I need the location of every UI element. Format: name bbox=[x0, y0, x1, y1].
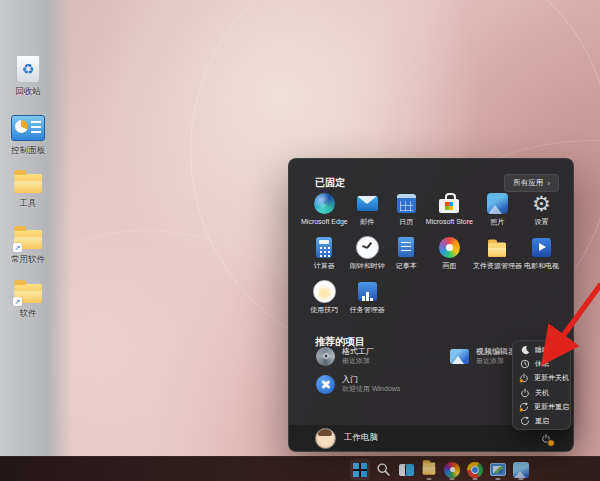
all-apps-button[interactable]: 所有应用 › bbox=[504, 174, 559, 192]
taskbar bbox=[0, 456, 600, 481]
restart-icon bbox=[519, 416, 530, 427]
settings-gear-icon: ⚙ bbox=[532, 193, 551, 214]
photos-icon bbox=[513, 462, 529, 478]
hibernate-clock-icon bbox=[519, 359, 530, 370]
tips-bulb-icon bbox=[313, 280, 336, 303]
running-indicator bbox=[473, 478, 478, 480]
restart-update-icon bbox=[519, 401, 529, 412]
search-icon bbox=[376, 462, 391, 477]
store-icon bbox=[439, 193, 459, 213]
power-option-hibernate[interactable]: 休眠 bbox=[513, 357, 570, 371]
pinned-header: 已固定 bbox=[315, 176, 345, 190]
user-name: 工作电脑 bbox=[344, 432, 378, 444]
avatar bbox=[315, 428, 336, 449]
power-option-update-restart[interactable]: 更新并重启 bbox=[513, 400, 570, 414]
taskbar-icon-group bbox=[350, 458, 531, 481]
desktop-icon-label: 控制面板 bbox=[11, 146, 45, 155]
desktop-icon-folder-3[interactable]: ↗ 软件 bbox=[4, 276, 52, 318]
update-badge bbox=[547, 439, 555, 447]
shortcut-arrow-icon: ↗ bbox=[13, 243, 22, 252]
taskbar-photo-viewer[interactable] bbox=[488, 459, 508, 480]
pinned-app-notepad[interactable]: 记事本 bbox=[387, 235, 426, 273]
power-flyout-menu: 睡眠 休眠 更新并关机 bbox=[512, 340, 571, 430]
search-button[interactable] bbox=[373, 459, 393, 480]
taskbar-color-wheel-app[interactable] bbox=[442, 459, 462, 480]
power-option-restart[interactable]: 重启 bbox=[513, 414, 570, 428]
start-button[interactable] bbox=[350, 459, 370, 480]
windows-logo-icon bbox=[353, 463, 367, 477]
taskbar-photos[interactable] bbox=[511, 459, 531, 480]
color-wheel-icon bbox=[444, 462, 460, 478]
recommended-item-format-factory[interactable]: 格式工厂 最近添加 bbox=[313, 345, 447, 367]
pinned-app-paint[interactable]: 画图 bbox=[426, 235, 473, 273]
folder-icon bbox=[14, 174, 42, 193]
pinned-app-settings[interactable]: ⚙ 设置 bbox=[522, 191, 561, 229]
taskbar-file-explorer[interactable] bbox=[419, 459, 439, 480]
clock-icon bbox=[356, 236, 379, 259]
calculator-icon bbox=[316, 237, 332, 258]
recycle-bin-icon: ♻ bbox=[16, 55, 40, 83]
power-icon bbox=[519, 387, 530, 398]
desktop-icon-folder-1[interactable]: 工具 bbox=[4, 166, 52, 208]
desktop-icon-recycle-bin[interactable]: ♻ 回收站 bbox=[4, 54, 52, 96]
desktop-icon-label: 回收站 bbox=[15, 87, 41, 96]
chrome-icon bbox=[467, 462, 483, 478]
running-indicator bbox=[427, 478, 432, 480]
pinned-app-file-explorer[interactable]: 文件资源管理器 bbox=[473, 235, 522, 273]
photos-icon bbox=[487, 193, 508, 214]
pinned-app-microsoft-edge[interactable]: Microsoft Edge bbox=[301, 191, 348, 229]
recommended-item-get-started[interactable]: 入门 欢迎使用 Windows bbox=[313, 373, 447, 395]
running-indicator bbox=[519, 478, 524, 480]
user-profile[interactable]: 工作电脑 bbox=[315, 428, 378, 449]
paint-palette-icon bbox=[439, 237, 460, 258]
desktop-icon-folder-2[interactable]: ↗ 常用软件 bbox=[4, 222, 52, 264]
task-manager-icon bbox=[358, 282, 377, 301]
sleep-moon-icon bbox=[519, 345, 530, 356]
task-view-icon bbox=[399, 464, 414, 476]
task-view-button[interactable] bbox=[396, 459, 416, 480]
pinned-apps-grid: Microsoft Edge 邮件 日历 Microsoft Store 照片 … bbox=[301, 191, 561, 317]
desktop-icon-label: 工具 bbox=[20, 199, 37, 208]
video-editor-icon bbox=[450, 349, 469, 364]
power-update-icon bbox=[519, 373, 529, 384]
pinned-app-task-manager[interactable]: 任务管理器 bbox=[348, 279, 387, 317]
power-option-sleep[interactable]: 睡眠 bbox=[513, 343, 570, 357]
power-button[interactable] bbox=[535, 427, 557, 449]
notepad-icon bbox=[398, 237, 414, 257]
running-indicator bbox=[496, 478, 501, 480]
file-explorer-icon bbox=[423, 463, 435, 475]
get-started-icon bbox=[316, 375, 335, 394]
control-panel-icon bbox=[11, 115, 45, 141]
chevron-right-icon: › bbox=[547, 179, 550, 188]
mail-icon bbox=[357, 196, 378, 211]
photo-viewer-icon bbox=[490, 463, 506, 476]
desktop-screen: ♻ 回收站 控制面板 工具 ↗ 常用软件 ↗ 软件 已固 bbox=[0, 0, 600, 481]
taskbar-chrome[interactable] bbox=[465, 459, 485, 480]
power-option-shutdown[interactable]: 关机 bbox=[513, 386, 570, 400]
format-factory-icon bbox=[316, 347, 335, 366]
pinned-app-tips[interactable]: 使用技巧 bbox=[301, 279, 348, 317]
movies-tv-icon bbox=[532, 238, 551, 257]
pinned-app-calculator[interactable]: 计算器 bbox=[301, 235, 348, 273]
calendar-icon bbox=[397, 194, 416, 213]
edge-icon bbox=[314, 193, 335, 214]
running-indicator bbox=[450, 478, 455, 480]
pinned-app-calendar[interactable]: 日历 bbox=[387, 191, 426, 229]
desktop-icon-control-panel[interactable]: 控制面板 bbox=[4, 113, 52, 155]
pinned-app-photos[interactable]: 照片 bbox=[473, 191, 522, 229]
desktop-icon-label: 常用软件 bbox=[11, 255, 45, 264]
all-apps-label: 所有应用 bbox=[513, 178, 543, 188]
pinned-app-alarms-clock[interactable]: 闹钟和时钟 bbox=[348, 235, 387, 273]
pinned-app-mail[interactable]: 邮件 bbox=[348, 191, 387, 229]
file-explorer-icon bbox=[488, 242, 506, 256]
shortcut-arrow-icon: ↗ bbox=[13, 297, 22, 306]
pinned-app-microsoft-store[interactable]: Microsoft Store bbox=[426, 191, 473, 229]
power-option-update-shutdown[interactable]: 更新并关机 bbox=[513, 371, 570, 385]
pinned-app-movies-tv[interactable]: 电影和电视 bbox=[522, 235, 561, 273]
desktop-icon-label: 软件 bbox=[20, 309, 37, 318]
start-menu-header: 已固定 所有应用 › bbox=[315, 174, 559, 192]
